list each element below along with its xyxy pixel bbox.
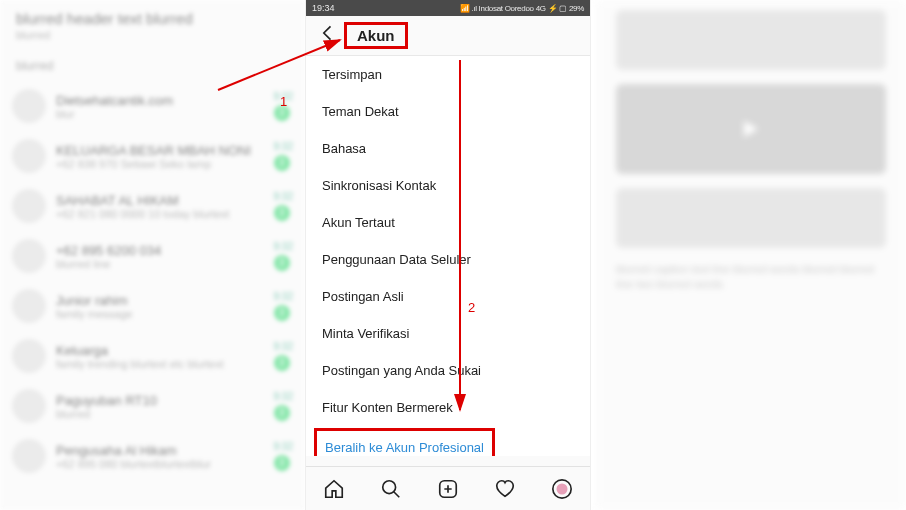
- chat-list-item: +62 895 6200 034blurred line9:323: [0, 231, 305, 281]
- menu-item-minta-verifikasi[interactable]: Minta Verifikasi: [306, 315, 590, 352]
- blurred-right-panel: blurred caption text line blurred words …: [596, 0, 906, 510]
- bottom-nav: [306, 466, 590, 510]
- blurred-left-panel: blurred header text blurred blurred blur…: [0, 0, 305, 510]
- phone-frame: 19:34 📶 .ıl Indosat Ooredoo 4G ⚡ ▢ 29% A…: [305, 0, 591, 510]
- header-title-highlight: Akun: [344, 22, 408, 49]
- home-icon[interactable]: [323, 478, 345, 500]
- chat-list-item: Paguyuban RT10blurred9:323: [0, 381, 305, 431]
- svg-point-0: [383, 480, 396, 493]
- switch-to-professional-account[interactable]: Beralih ke Akun Profesional: [321, 431, 488, 456]
- svg-point-3: [556, 483, 567, 494]
- menu-item-sinkronisasi-kontak[interactable]: Sinkronisasi Kontak: [306, 167, 590, 204]
- chat-list-item: Pengusaha Al Hikam+62 895 080 blurtextbl…: [0, 431, 305, 481]
- switch-account-highlight: Beralih ke Akun Profesional: [314, 428, 495, 456]
- chat-list-item: Keluargafamily trending blurtext etc blu…: [0, 331, 305, 381]
- status-time: 19:34: [312, 3, 335, 13]
- menu-item-postingan-asli[interactable]: Postingan Asli: [306, 278, 590, 315]
- chat-list-item: Dietsehatcantik.comblur9:323: [0, 81, 305, 131]
- status-bar: 19:34 📶 .ıl Indosat Ooredoo 4G ⚡ ▢ 29%: [306, 0, 590, 16]
- page-title: Akun: [357, 27, 395, 44]
- search-icon[interactable]: [380, 478, 402, 500]
- header-bar: Akun: [306, 16, 590, 56]
- status-right: 📶 .ıl Indosat Ooredoo 4G ⚡ ▢ 29%: [460, 4, 584, 13]
- menu-item-fitur-konten-bermerek[interactable]: Fitur Konten Bermerek: [306, 389, 590, 426]
- menu-item-penggunaan-data-seluler[interactable]: Penggunaan Data Seluler: [306, 241, 590, 278]
- menu-item-akun-tertaut[interactable]: Akun Tertaut: [306, 204, 590, 241]
- menu-item-bahasa[interactable]: Bahasa: [306, 130, 590, 167]
- add-post-icon[interactable]: [437, 478, 459, 500]
- settings-menu-list[interactable]: TersimpanTeman DekatBahasaSinkronisasi K…: [306, 56, 590, 456]
- chat-list-item: Junior rahimfamily message9:323: [0, 281, 305, 331]
- back-icon[interactable]: [314, 23, 342, 48]
- menu-item-teman-dekat[interactable]: Teman Dekat: [306, 93, 590, 130]
- profile-icon[interactable]: [551, 478, 573, 500]
- chat-list-item: SAHABAT AL HIKAM+62 821 080 0000 10 toda…: [0, 181, 305, 231]
- menu-item-postingan-yang-anda-sukai[interactable]: Postingan yang Anda Sukai: [306, 352, 590, 389]
- chat-list-item: KELUARGA BESAR MBAH NONI+62 838 970 Seti…: [0, 131, 305, 181]
- activity-heart-icon[interactable]: [494, 478, 516, 500]
- menu-item-tersimpan[interactable]: Tersimpan: [306, 56, 590, 93]
